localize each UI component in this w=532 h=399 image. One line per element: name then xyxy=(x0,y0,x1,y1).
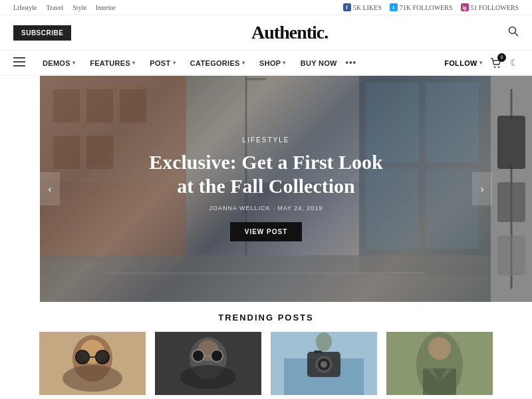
svg-point-48 xyxy=(321,361,327,368)
chevron-down-icon: ▾ xyxy=(283,60,285,66)
top-bar-nav: Lifestyle Travel Style Interior xyxy=(13,4,116,11)
chevron-down-icon: ▾ xyxy=(242,60,245,66)
view-post-button[interactable]: VIEW POST xyxy=(230,222,303,241)
trending-card-3[interactable] xyxy=(271,332,377,395)
nav-travel[interactable]: Travel xyxy=(47,4,64,11)
site-header: SUBSCRIBE Authentic. xyxy=(0,15,532,51)
svg-point-50 xyxy=(316,332,332,351)
svg-rect-49 xyxy=(314,350,322,354)
chevron-down-icon: ▾ xyxy=(132,60,135,66)
nav-demos[interactable]: DEMOS ▾ xyxy=(36,51,82,76)
svg-point-33 xyxy=(76,350,89,364)
svg-point-40 xyxy=(192,350,204,362)
nav-right: FOLLOW ▾ 0 ☾ xyxy=(444,56,519,70)
svg-rect-27 xyxy=(497,182,525,222)
nav-links: DEMOS ▾ FEATURES ▾ POST ▾ CATEGORIES ▾ S… xyxy=(36,51,444,76)
trending-image-2 xyxy=(155,332,261,395)
nav-lifestyle[interactable]: Lifestyle xyxy=(13,4,37,11)
cart-count-badge: 0 xyxy=(497,53,506,62)
hero-meta: JOANNA WELLICK · MAY 24, 2019 xyxy=(140,205,392,211)
svg-point-41 xyxy=(211,350,223,362)
hamburger-menu[interactable] xyxy=(13,57,25,69)
trending-grid xyxy=(13,332,519,395)
nav-style[interactable]: Style xyxy=(72,4,86,11)
trending-section: TRENDING POSTS xyxy=(0,302,532,399)
follow-button[interactable]: FOLLOW ▾ xyxy=(444,59,482,67)
trending-card-2[interactable] xyxy=(155,332,261,395)
site-title: Authentic. xyxy=(251,22,328,43)
hero-category-label: LIFESTYLE xyxy=(140,136,392,144)
trending-section-title: TRENDING POSTS xyxy=(13,313,519,323)
hero-side-thumbnail xyxy=(491,76,532,302)
hero-section: LIFESTYLE Exclusive: Get a First Look at… xyxy=(0,76,532,302)
nav-more-button[interactable]: ••• xyxy=(345,57,356,69)
nav-categories[interactable]: CATEGORIES ▾ xyxy=(184,51,251,76)
nav-shop[interactable]: SHOP ▾ xyxy=(253,51,293,76)
svg-point-0 xyxy=(509,27,515,34)
hero-slide: LIFESTYLE Exclusive: Get a First Look at… xyxy=(40,76,492,302)
trending-image-1 xyxy=(39,332,146,395)
trending-image-4 xyxy=(386,332,493,395)
facebook-social[interactable]: f 5K LIKES xyxy=(343,3,382,11)
trending-image-3 xyxy=(271,332,377,395)
chevron-down-icon: ▾ xyxy=(72,60,75,66)
subscribe-button[interactable]: SUBSCRIBE xyxy=(13,25,71,41)
twitter-icon: t xyxy=(390,3,398,11)
facebook-count: 5K LIKES xyxy=(353,4,382,11)
theme-toggle-button[interactable]: ☾ xyxy=(510,57,519,68)
twitter-social[interactable]: t 71K FOLLOWERS xyxy=(390,3,453,11)
svg-point-5 xyxy=(494,66,495,67)
svg-point-34 xyxy=(96,350,109,364)
svg-point-6 xyxy=(498,66,499,67)
search-button[interactable] xyxy=(508,26,519,39)
instagram-social[interactable]: ig 51 FOLLOWERS xyxy=(461,3,519,11)
nav-buy-now[interactable]: BUY NOW xyxy=(294,51,344,76)
nav-post[interactable]: POST ▾ xyxy=(143,51,182,76)
cart-button[interactable]: 0 xyxy=(489,56,503,70)
svg-rect-26 xyxy=(501,119,522,166)
search-icon xyxy=(508,26,519,37)
nav-interior[interactable]: Interior xyxy=(96,4,116,11)
chevron-down-icon: ▾ xyxy=(479,60,482,66)
nav-features[interactable]: FEATURES ▾ xyxy=(83,51,142,76)
side-thumb-svg xyxy=(491,76,532,302)
hero-content: LIFESTYLE Exclusive: Get a First Look at… xyxy=(140,136,392,241)
twitter-count: 71K FOLLOWERS xyxy=(400,4,453,11)
svg-line-1 xyxy=(515,33,518,37)
main-nav: DEMOS ▾ FEATURES ▾ POST ▾ CATEGORIES ▾ S… xyxy=(0,51,532,76)
hamburger-icon xyxy=(13,57,25,66)
top-bar: Lifestyle Travel Style Interior f 5K LIK… xyxy=(0,0,532,15)
instagram-icon: ig xyxy=(461,3,469,11)
hero-title: Exclusive: Get a First Look at the Fall … xyxy=(140,150,392,198)
svg-rect-28 xyxy=(497,235,525,275)
facebook-icon: f xyxy=(343,3,351,11)
chevron-down-icon: ▾ xyxy=(173,60,176,66)
hero-prev-button[interactable]: ‹ xyxy=(40,172,60,205)
svg-point-53 xyxy=(428,337,451,360)
svg-point-39 xyxy=(180,365,236,389)
top-bar-social: f 5K LIKES t 71K FOLLOWERS ig 51 FOLLOWE… xyxy=(343,3,519,11)
trending-card-4[interactable] xyxy=(386,332,493,395)
hero-next-button[interactable]: › xyxy=(472,172,492,205)
instagram-count: 51 FOLLOWERS xyxy=(471,4,519,11)
side-thumb-image xyxy=(491,76,532,302)
svg-point-32 xyxy=(63,365,122,392)
trending-card-1[interactable] xyxy=(39,332,146,395)
